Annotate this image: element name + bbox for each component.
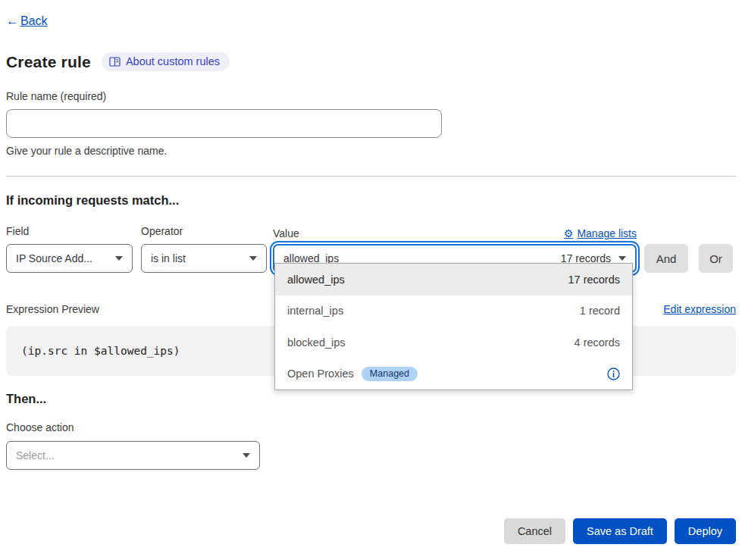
operator-select[interactable]: is in list bbox=[141, 244, 267, 273]
save-as-draft-button[interactable]: Save as Draft bbox=[573, 518, 667, 544]
list-name: blocked_ips bbox=[287, 336, 346, 349]
back-arrow-icon: ← bbox=[6, 14, 19, 29]
action-select[interactable]: Select... bbox=[6, 441, 260, 470]
book-icon bbox=[109, 57, 121, 67]
managed-badge: Managed bbox=[362, 367, 418, 382]
manage-lists-label: Manage lists bbox=[577, 227, 637, 239]
edit-expression-link[interactable]: Edit expression bbox=[663, 303, 736, 315]
match-section-heading: If incoming requests match... bbox=[6, 193, 736, 208]
value-label: Value bbox=[273, 227, 299, 239]
list-record-count: 4 records bbox=[575, 336, 620, 349]
list-dropdown: allowed_ips 17 records internal_ips 1 re… bbox=[274, 263, 633, 390]
action-select-placeholder: Select... bbox=[16, 449, 55, 461]
operator-label: Operator bbox=[141, 225, 267, 237]
rule-name-helper-text: Give your rule a descriptive name. bbox=[6, 145, 736, 157]
back-link-label: Back bbox=[20, 14, 48, 28]
field-label: Field bbox=[6, 225, 133, 237]
rule-name-label: Rule name (required) bbox=[6, 90, 736, 102]
list-name: allowed_ips bbox=[287, 274, 345, 286]
about-badge-label: About custom rules bbox=[126, 55, 220, 67]
list-record-count: 1 record bbox=[580, 305, 620, 317]
create-rule-page: ←Back Create rule About custom rules Rul… bbox=[0, 0, 742, 470]
then-section-heading: Then... bbox=[6, 392, 736, 406]
chevron-down-icon bbox=[243, 453, 250, 458]
or-button[interactable]: Or bbox=[699, 244, 733, 273]
field-select-value: IP Source Add... bbox=[16, 252, 92, 264]
title-row: Create rule About custom rules bbox=[6, 52, 736, 71]
about-custom-rules-link[interactable]: About custom rules bbox=[102, 52, 230, 71]
match-builder: Field IP Source Add... Operator is in li… bbox=[6, 225, 736, 273]
chevron-down-icon bbox=[249, 256, 257, 261]
field-select[interactable]: IP Source Add... bbox=[6, 244, 133, 273]
expression-code: (ip.src in $allowed_ips) bbox=[21, 345, 180, 357]
operator-select-value: is in list bbox=[151, 252, 186, 264]
and-button[interactable]: And bbox=[644, 244, 688, 273]
list-record-count: 17 records bbox=[568, 274, 620, 286]
section-divider bbox=[6, 176, 736, 177]
choose-action-label: Choose action bbox=[6, 421, 736, 433]
expression-preview-label: Expression Preview bbox=[6, 303, 99, 315]
rule-name-input[interactable] bbox=[6, 109, 442, 138]
manage-lists-link[interactable]: ⚙ Manage lists bbox=[564, 227, 637, 239]
page-title: Create rule bbox=[6, 53, 91, 71]
footer-actions: Cancel Save as Draft Deploy bbox=[504, 518, 736, 544]
dropdown-item-allowed-ips[interactable]: allowed_ips 17 records bbox=[275, 264, 632, 296]
chevron-down-icon bbox=[115, 256, 123, 261]
dropdown-item-blocked-ips[interactable]: blocked_ips 4 records bbox=[275, 327, 632, 358]
cancel-button[interactable]: Cancel bbox=[504, 518, 565, 544]
list-name: Open Proxies bbox=[287, 368, 354, 380]
back-link[interactable]: ←Back bbox=[6, 14, 48, 29]
list-name: internal_ips bbox=[287, 305, 343, 317]
dropdown-item-open-proxies[interactable]: Open Proxies Managed bbox=[275, 358, 632, 390]
dropdown-item-internal-ips[interactable]: internal_ips 1 record bbox=[275, 296, 632, 327]
chevron-down-icon bbox=[618, 256, 626, 261]
gear-icon: ⚙ bbox=[564, 227, 574, 239]
deploy-button[interactable]: Deploy bbox=[675, 518, 736, 544]
info-icon[interactable] bbox=[607, 368, 620, 380]
